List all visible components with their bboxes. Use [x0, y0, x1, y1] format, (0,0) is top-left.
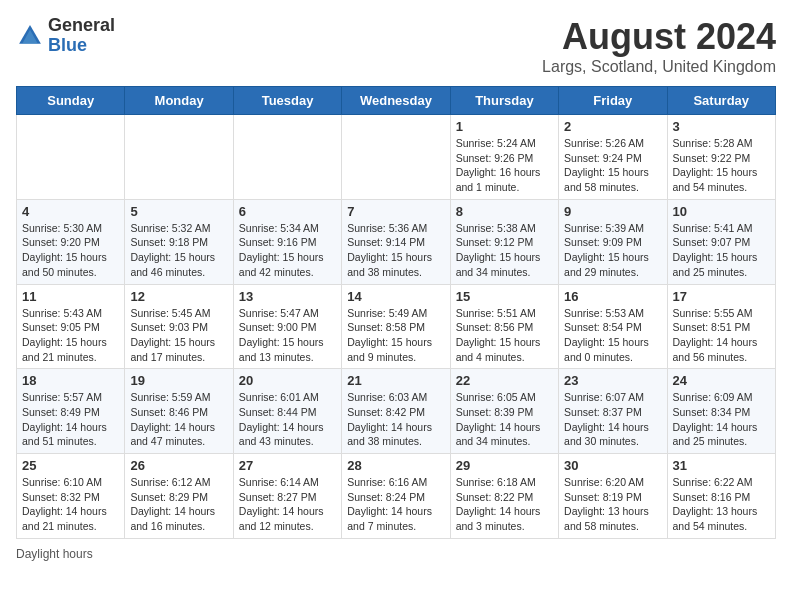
- day-number: 5: [130, 204, 227, 219]
- logo-blue-text: Blue: [48, 36, 115, 56]
- day-info: Sunrise: 6:12 AMSunset: 8:29 PMDaylight:…: [130, 475, 227, 534]
- day-number: 24: [673, 373, 770, 388]
- weekday-header: Saturday: [667, 87, 775, 115]
- day-info: Sunrise: 6:16 AMSunset: 8:24 PMDaylight:…: [347, 475, 444, 534]
- calendar-cell: 5Sunrise: 5:32 AMSunset: 9:18 PMDaylight…: [125, 199, 233, 284]
- calendar-table: SundayMondayTuesdayWednesdayThursdayFrid…: [16, 86, 776, 539]
- day-number: 25: [22, 458, 119, 473]
- day-number: 22: [456, 373, 553, 388]
- day-number: 20: [239, 373, 336, 388]
- day-info: Sunrise: 5:39 AMSunset: 9:09 PMDaylight:…: [564, 221, 661, 280]
- day-number: 27: [239, 458, 336, 473]
- day-info: Sunrise: 5:28 AMSunset: 9:22 PMDaylight:…: [673, 136, 770, 195]
- calendar-cell: 15Sunrise: 5:51 AMSunset: 8:56 PMDayligh…: [450, 284, 558, 369]
- weekday-header: Wednesday: [342, 87, 450, 115]
- calendar-cell: 7Sunrise: 5:36 AMSunset: 9:14 PMDaylight…: [342, 199, 450, 284]
- day-number: 21: [347, 373, 444, 388]
- calendar-header-row: SundayMondayTuesdayWednesdayThursdayFrid…: [17, 87, 776, 115]
- day-info: Sunrise: 5:38 AMSunset: 9:12 PMDaylight:…: [456, 221, 553, 280]
- title-area: August 2024 Largs, Scotland, United King…: [542, 16, 776, 76]
- day-info: Sunrise: 6:14 AMSunset: 8:27 PMDaylight:…: [239, 475, 336, 534]
- day-info: Sunrise: 6:09 AMSunset: 8:34 PMDaylight:…: [673, 390, 770, 449]
- calendar-cell: 2Sunrise: 5:26 AMSunset: 9:24 PMDaylight…: [559, 115, 667, 200]
- day-number: 31: [673, 458, 770, 473]
- day-number: 26: [130, 458, 227, 473]
- calendar-cell: 12Sunrise: 5:45 AMSunset: 9:03 PMDayligh…: [125, 284, 233, 369]
- day-info: Sunrise: 6:05 AMSunset: 8:39 PMDaylight:…: [456, 390, 553, 449]
- day-info: Sunrise: 5:49 AMSunset: 8:58 PMDaylight:…: [347, 306, 444, 365]
- calendar-cell: 10Sunrise: 5:41 AMSunset: 9:07 PMDayligh…: [667, 199, 775, 284]
- calendar-cell: 9Sunrise: 5:39 AMSunset: 9:09 PMDaylight…: [559, 199, 667, 284]
- day-number: 10: [673, 204, 770, 219]
- day-info: Sunrise: 5:51 AMSunset: 8:56 PMDaylight:…: [456, 306, 553, 365]
- day-number: 3: [673, 119, 770, 134]
- day-info: Sunrise: 5:53 AMSunset: 8:54 PMDaylight:…: [564, 306, 661, 365]
- month-year-title: August 2024: [542, 16, 776, 58]
- calendar-cell: 19Sunrise: 5:59 AMSunset: 8:46 PMDayligh…: [125, 369, 233, 454]
- calendar-cell: 17Sunrise: 5:55 AMSunset: 8:51 PMDayligh…: [667, 284, 775, 369]
- day-info: Sunrise: 6:10 AMSunset: 8:32 PMDaylight:…: [22, 475, 119, 534]
- day-number: 9: [564, 204, 661, 219]
- calendar-cell: 11Sunrise: 5:43 AMSunset: 9:05 PMDayligh…: [17, 284, 125, 369]
- day-number: 30: [564, 458, 661, 473]
- day-number: 18: [22, 373, 119, 388]
- day-info: Sunrise: 5:41 AMSunset: 9:07 PMDaylight:…: [673, 221, 770, 280]
- weekday-header: Friday: [559, 87, 667, 115]
- day-info: Sunrise: 6:20 AMSunset: 8:19 PMDaylight:…: [564, 475, 661, 534]
- day-info: Sunrise: 5:26 AMSunset: 9:24 PMDaylight:…: [564, 136, 661, 195]
- daylight-label: Daylight hours: [16, 547, 93, 561]
- calendar-cell: 26Sunrise: 6:12 AMSunset: 8:29 PMDayligh…: [125, 454, 233, 539]
- day-number: 23: [564, 373, 661, 388]
- calendar-cell: 18Sunrise: 5:57 AMSunset: 8:49 PMDayligh…: [17, 369, 125, 454]
- calendar-cell: 8Sunrise: 5:38 AMSunset: 9:12 PMDaylight…: [450, 199, 558, 284]
- calendar-cell: 20Sunrise: 6:01 AMSunset: 8:44 PMDayligh…: [233, 369, 341, 454]
- day-info: Sunrise: 5:36 AMSunset: 9:14 PMDaylight:…: [347, 221, 444, 280]
- calendar-cell: 16Sunrise: 5:53 AMSunset: 8:54 PMDayligh…: [559, 284, 667, 369]
- calendar-cell: 21Sunrise: 6:03 AMSunset: 8:42 PMDayligh…: [342, 369, 450, 454]
- weekday-header: Monday: [125, 87, 233, 115]
- calendar-cell: [342, 115, 450, 200]
- day-info: Sunrise: 5:32 AMSunset: 9:18 PMDaylight:…: [130, 221, 227, 280]
- calendar-week-row: 25Sunrise: 6:10 AMSunset: 8:32 PMDayligh…: [17, 454, 776, 539]
- day-info: Sunrise: 5:43 AMSunset: 9:05 PMDaylight:…: [22, 306, 119, 365]
- day-number: 6: [239, 204, 336, 219]
- calendar-week-row: 18Sunrise: 5:57 AMSunset: 8:49 PMDayligh…: [17, 369, 776, 454]
- day-info: Sunrise: 5:30 AMSunset: 9:20 PMDaylight:…: [22, 221, 119, 280]
- location-subtitle: Largs, Scotland, United Kingdom: [542, 58, 776, 76]
- logo: General Blue: [16, 16, 115, 56]
- calendar-cell: [17, 115, 125, 200]
- day-number: 7: [347, 204, 444, 219]
- day-info: Sunrise: 5:57 AMSunset: 8:49 PMDaylight:…: [22, 390, 119, 449]
- calendar-cell: [125, 115, 233, 200]
- calendar-cell: 23Sunrise: 6:07 AMSunset: 8:37 PMDayligh…: [559, 369, 667, 454]
- logo-icon: [16, 22, 44, 50]
- calendar-week-row: 1Sunrise: 5:24 AMSunset: 9:26 PMDaylight…: [17, 115, 776, 200]
- calendar-cell: 4Sunrise: 5:30 AMSunset: 9:20 PMDaylight…: [17, 199, 125, 284]
- calendar-week-row: 11Sunrise: 5:43 AMSunset: 9:05 PMDayligh…: [17, 284, 776, 369]
- day-number: 12: [130, 289, 227, 304]
- day-number: 2: [564, 119, 661, 134]
- day-number: 8: [456, 204, 553, 219]
- calendar-cell: [233, 115, 341, 200]
- day-number: 11: [22, 289, 119, 304]
- day-info: Sunrise: 5:34 AMSunset: 9:16 PMDaylight:…: [239, 221, 336, 280]
- day-info: Sunrise: 5:47 AMSunset: 9:00 PMDaylight:…: [239, 306, 336, 365]
- weekday-header: Thursday: [450, 87, 558, 115]
- day-number: 29: [456, 458, 553, 473]
- day-number: 4: [22, 204, 119, 219]
- day-info: Sunrise: 6:01 AMSunset: 8:44 PMDaylight:…: [239, 390, 336, 449]
- day-number: 14: [347, 289, 444, 304]
- calendar-cell: 29Sunrise: 6:18 AMSunset: 8:22 PMDayligh…: [450, 454, 558, 539]
- calendar-cell: 24Sunrise: 6:09 AMSunset: 8:34 PMDayligh…: [667, 369, 775, 454]
- day-number: 19: [130, 373, 227, 388]
- calendar-cell: 13Sunrise: 5:47 AMSunset: 9:00 PMDayligh…: [233, 284, 341, 369]
- calendar-cell: 1Sunrise: 5:24 AMSunset: 9:26 PMDaylight…: [450, 115, 558, 200]
- logo-text: General Blue: [48, 16, 115, 56]
- day-info: Sunrise: 6:07 AMSunset: 8:37 PMDaylight:…: [564, 390, 661, 449]
- calendar-cell: 6Sunrise: 5:34 AMSunset: 9:16 PMDaylight…: [233, 199, 341, 284]
- calendar-cell: 30Sunrise: 6:20 AMSunset: 8:19 PMDayligh…: [559, 454, 667, 539]
- day-number: 17: [673, 289, 770, 304]
- day-info: Sunrise: 5:24 AMSunset: 9:26 PMDaylight:…: [456, 136, 553, 195]
- day-info: Sunrise: 5:45 AMSunset: 9:03 PMDaylight:…: [130, 306, 227, 365]
- calendar-week-row: 4Sunrise: 5:30 AMSunset: 9:20 PMDaylight…: [17, 199, 776, 284]
